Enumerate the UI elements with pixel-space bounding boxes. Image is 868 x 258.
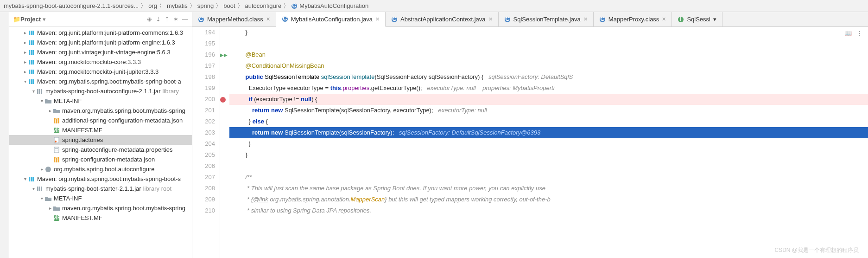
- chevron-icon[interactable]: ▸: [22, 69, 28, 74]
- tree-node[interactable]: MFMANIFEST.MF: [9, 125, 192, 135]
- code-line[interactable]: ExecutorType executorType = this.propert…: [229, 83, 868, 94]
- svg-rect-19: [32, 79, 34, 84]
- chevron-icon[interactable]: ▾: [22, 176, 28, 181]
- code-line[interactable]: [229, 161, 868, 172]
- code-line[interactable]: * {@link org.mybatis.spring.annotation.M…: [229, 194, 868, 205]
- tree-node[interactable]: spring.factories: [9, 135, 192, 145]
- chevron-icon[interactable]: ▾: [31, 186, 36, 191]
- tree-node[interactable]: {}spring-configuration-metadata.json: [9, 155, 192, 164]
- close-icon[interactable]: ✕: [375, 16, 380, 22]
- reader-mode-icon[interactable]: 📖: [844, 30, 852, 37]
- code-line[interactable]: /**: [229, 172, 868, 183]
- chevron-icon[interactable]: ▾: [31, 89, 36, 94]
- tree-label: META-INF: [54, 97, 82, 104]
- code-line[interactable]: @ConditionalOnMissingBean: [229, 60, 868, 71]
- chevron-icon[interactable]: ▸: [47, 206, 53, 211]
- chevron-icon[interactable]: ▸: [22, 59, 28, 64]
- code-line[interactable]: public SqlSessionTemplate sqlSessionTemp…: [229, 71, 868, 83]
- tree-node[interactable]: ▸Maven: org.mockito:mockito-junit-jupite…: [9, 67, 192, 77]
- tree-node[interactable]: MFMANIFEST.MF: [9, 213, 192, 223]
- chevron-icon[interactable]: ▸: [22, 30, 28, 35]
- editor-tab[interactable]: CMybatisAutoConfiguration.java✕: [276, 12, 386, 27]
- tree-node[interactable]: ▾Maven: org.mybatis.spring.boot:mybatis-…: [9, 174, 192, 184]
- close-icon[interactable]: ✕: [266, 16, 270, 22]
- expand-all-icon[interactable]: ⇣: [156, 16, 161, 23]
- code-line[interactable]: return new SqlSessionTemplate(sqlSession…: [229, 105, 868, 116]
- code-line[interactable]: } else {: [229, 116, 868, 127]
- lib-icon: [28, 49, 35, 56]
- tree-node[interactable]: ▾META-INF: [9, 96, 192, 106]
- breadcrumb-item[interactable]: autoconfigure: [245, 2, 282, 9]
- chevron-icon[interactable]: ▾: [39, 98, 44, 103]
- code-line[interactable]: * This will just scan the same base pack…: [229, 183, 868, 194]
- breadcrumb-item[interactable]: spring: [197, 2, 214, 9]
- tool-window-stripe[interactable]: [0, 12, 9, 258]
- editor-tab[interactable]: CSqlSessionTemplate.java✕: [499, 12, 594, 26]
- editor-tab[interactable]: CMapperProxy.class✕: [594, 12, 672, 26]
- breadcrumb-item[interactable]: boot: [223, 2, 235, 9]
- tree-label: MANIFEST.MF: [62, 127, 102, 134]
- code-line[interactable]: [229, 38, 868, 49]
- code-content[interactable]: } @Bean @ConditionalOnMissingBean public…: [229, 27, 868, 258]
- code-line[interactable]: @Bean: [229, 49, 868, 60]
- collapse-all-icon[interactable]: ⇡: [165, 16, 170, 23]
- tree-label: spring-configuration-metadata.json: [62, 156, 155, 163]
- tree-node[interactable]: spring-autoconfigure-metadata.properties: [9, 145, 192, 155]
- tree-node[interactable]: ▸maven.org.mybatis.spring.boot.mybatis-s…: [9, 106, 192, 116]
- close-icon[interactable]: ✕: [662, 16, 666, 22]
- tree-node[interactable]: {}additional-spring-configuration-metada…: [9, 116, 192, 125]
- tree-node[interactable]: ▾mybatis-spring-boot-autoconfigure-2.1.1…: [9, 86, 192, 96]
- gutter-icons[interactable]: ▶▶: [220, 27, 229, 258]
- breadcrumb-item[interactable]: mybatis: [167, 2, 188, 9]
- settings-icon[interactable]: ✶: [173, 16, 178, 23]
- chevron-icon[interactable]: ▾: [22, 79, 28, 84]
- dropdown-icon[interactable]: ▾: [43, 16, 46, 23]
- tree-node[interactable]: ▾Maven: org.mybatis.spring.boot:mybatis-…: [9, 77, 192, 86]
- tree-node[interactable]: ▾mybatis-spring-boot-starter-2.1.1.jarli…: [9, 184, 192, 194]
- project-tree[interactable]: ▸Maven: org.junit.platform:junit-platfor…: [9, 27, 192, 223]
- tree-label: maven.org.mybatis.spring.boot.mybatis-sp…: [62, 205, 185, 212]
- chevron-icon[interactable]: ▸: [22, 40, 28, 45]
- code-line[interactable]: return new SqlSessionTemplate(sqlSession…: [229, 127, 868, 138]
- tree-node[interactable]: ▾META-INF: [9, 194, 192, 203]
- project-title[interactable]: Project: [20, 16, 41, 23]
- tree-node[interactable]: ▸org.mybatis.spring.boot.autoconfigure: [9, 164, 192, 174]
- tree-node[interactable]: ▸maven.org.mybatis.spring.boot.mybatis-s…: [9, 203, 192, 213]
- code-line[interactable]: }: [229, 138, 868, 149]
- close-icon[interactable]: ✕: [488, 16, 493, 22]
- editor-tab[interactable]: CMapperMethod.class✕: [192, 12, 276, 26]
- code-line[interactable]: }: [229, 149, 868, 161]
- tree-node[interactable]: ▸Maven: org.junit.platform:junit-platfor…: [9, 28, 192, 38]
- chevron-icon[interactable]: ▸: [22, 50, 28, 55]
- tree-node[interactable]: ▸Maven: org.junit.vintage:junit-vintage-…: [9, 47, 192, 57]
- more-icon[interactable]: ⋮: [856, 30, 862, 37]
- chevron-icon[interactable]: ▾: [39, 196, 44, 201]
- breakpoint-icon[interactable]: [220, 97, 226, 103]
- breadcrumb-item[interactable]: org: [148, 2, 157, 9]
- tree-node[interactable]: ▸Maven: org.mockito:mockito-core:3.3.3: [9, 57, 192, 67]
- svg-rect-38: [37, 187, 38, 191]
- editor-tab[interactable]: CAbstractApplicationContext.java✕: [386, 12, 499, 26]
- run-gutter-icon[interactable]: ▶▶: [220, 52, 228, 58]
- chevron-icon[interactable]: ▸: [39, 167, 44, 172]
- hide-icon[interactable]: —: [182, 16, 188, 23]
- jar-icon: [36, 185, 44, 193]
- chevron-icon[interactable]: ▸: [47, 108, 53, 113]
- breadcrumb-root[interactable]: mybatis-spring-boot-autoconfigure-2.1.1-…: [4, 2, 139, 9]
- tree-label: spring-autoconfigure-metadata.properties: [62, 146, 172, 153]
- editor-tab[interactable]: ISqlSessi▾: [672, 12, 722, 26]
- chevron-down-icon[interactable]: ▾: [713, 16, 716, 23]
- chevron-right-icon: 〉: [237, 2, 243, 10]
- tree-label: Maven: org.junit.platform:junit-platform…: [37, 39, 175, 46]
- code-line[interactable]: }: [229, 27, 868, 38]
- breadcrumb-file[interactable]: MybatisAutoConfiguration: [299, 2, 368, 9]
- tree-label: Maven: org.junit.platform:junit-platform…: [37, 29, 183, 36]
- code-line[interactable]: if (executorType != null) {: [229, 94, 868, 105]
- svg-rect-20: [37, 89, 38, 94]
- code-line[interactable]: * similar to using Spring Data JPA repos…: [229, 205, 868, 216]
- svg-text:C: C: [292, 3, 297, 9]
- code-editor[interactable]: 1941951961971981992002012022032042052062…: [192, 27, 868, 258]
- select-opened-file-icon[interactable]: ⊕: [147, 16, 152, 23]
- tree-node[interactable]: ▸Maven: org.junit.platform:junit-platfor…: [9, 38, 192, 47]
- close-icon[interactable]: ✕: [583, 16, 588, 22]
